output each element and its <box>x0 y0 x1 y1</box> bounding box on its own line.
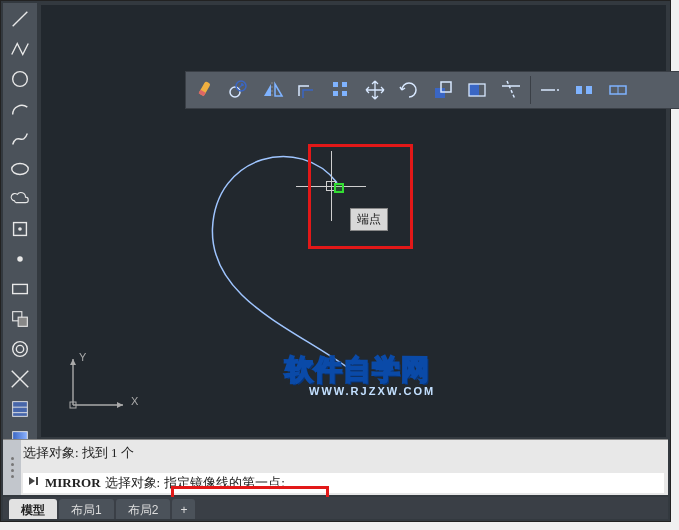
command-caret-icon <box>27 474 41 492</box>
spline-tool[interactable] <box>6 125 34 153</box>
snap-tooltip: 端点 <box>350 208 388 231</box>
point-tool[interactable] <box>6 245 34 273</box>
svg-rect-22 <box>333 82 338 87</box>
layout-tabs: 模型 布局1 布局2 + <box>3 497 668 519</box>
arc-tool[interactable] <box>6 95 34 123</box>
array-tool[interactable] <box>326 75 356 105</box>
svg-rect-34 <box>576 86 582 94</box>
hatch-tool[interactable] <box>6 395 34 423</box>
block-tool[interactable] <box>6 215 34 243</box>
left-tool-palette <box>3 3 37 485</box>
rotate-tool[interactable] <box>394 75 424 105</box>
svg-point-1 <box>13 72 28 87</box>
svg-rect-26 <box>435 88 445 98</box>
svg-point-10 <box>16 345 23 352</box>
svg-rect-25 <box>342 91 347 96</box>
command-history-line: 选择对象: 找到 1 个 <box>23 444 664 462</box>
svg-rect-24 <box>333 91 338 96</box>
mirror-tool[interactable] <box>258 75 288 105</box>
command-name: MIRROR <box>45 475 101 491</box>
command-select-label: 选择对象: <box>105 474 161 492</box>
svg-point-9 <box>13 342 28 357</box>
separator <box>530 76 531 104</box>
line-tool[interactable] <box>6 5 34 33</box>
erase-tool[interactable] <box>190 75 220 105</box>
donut-tool[interactable] <box>6 335 34 363</box>
svg-point-4 <box>18 227 22 231</box>
command-area: 选择对象: 找到 1 个 MIRROR 选择对象: 指定镜像线的第一点: <box>3 439 668 495</box>
polyline-tool[interactable] <box>6 35 34 63</box>
tab-layout1[interactable]: 布局1 <box>59 499 114 519</box>
app-frame: 端点 软件自学网 WWW.RJZXW.COM Y X 选择对象: 找到 1 个 … <box>0 0 671 522</box>
svg-line-31 <box>507 81 515 99</box>
cloud-tool[interactable] <box>6 185 34 213</box>
svg-point-20 <box>230 87 240 97</box>
command-drag-handle[interactable] <box>3 440 21 495</box>
svg-rect-6 <box>13 284 28 293</box>
move-tool[interactable] <box>360 75 390 105</box>
svg-rect-35 <box>586 86 592 94</box>
tab-model[interactable]: 模型 <box>9 499 57 519</box>
command-prompt-text: 指定镜像线的第一点: <box>164 474 285 492</box>
command-input[interactable] <box>289 475 660 491</box>
trim-tool[interactable] <box>496 75 526 105</box>
circle-tool[interactable] <box>6 65 34 93</box>
command-line[interactable]: MIRROR 选择对象: 指定镜像线的第一点: <box>23 473 664 493</box>
svg-rect-8 <box>18 317 27 326</box>
svg-rect-13 <box>13 402 28 417</box>
region-tool[interactable] <box>6 305 34 333</box>
scale-tool[interactable] <box>428 75 458 105</box>
rectangle-tool[interactable] <box>6 275 34 303</box>
svg-rect-23 <box>342 82 347 87</box>
tab-layout2[interactable]: 布局2 <box>116 499 171 519</box>
break-tool[interactable] <box>569 75 599 105</box>
svg-point-5 <box>17 256 23 262</box>
stretch-tool[interactable] <box>462 75 492 105</box>
extend-tool[interactable] <box>535 75 565 105</box>
svg-line-0 <box>13 12 28 27</box>
copy-tool[interactable] <box>224 75 254 105</box>
xline-tool[interactable] <box>6 365 34 393</box>
svg-rect-28 <box>469 84 479 96</box>
ellipse-tool[interactable] <box>6 155 34 183</box>
svg-point-2 <box>12 164 29 175</box>
offset-tool[interactable] <box>292 75 322 105</box>
join-tool[interactable] <box>603 75 633 105</box>
endpoint-snap-marker <box>334 183 344 193</box>
tab-add[interactable]: + <box>172 499 195 519</box>
modify-toolbar <box>185 71 679 109</box>
svg-rect-43 <box>36 477 38 485</box>
